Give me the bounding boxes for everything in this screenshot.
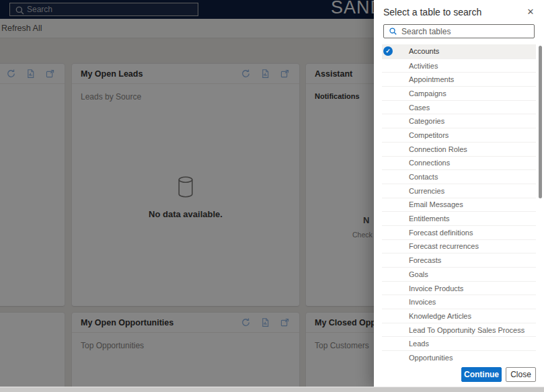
- table-option[interactable]: Goals: [382, 267, 536, 281]
- table-option[interactable]: Forecasts: [382, 253, 536, 267]
- table-option[interactable]: Entitlements: [382, 211, 536, 225]
- horizontal-scrollbar[interactable]: [0, 387, 544, 392]
- table-option[interactable]: Competitors: [382, 128, 536, 142]
- table-search-input[interactable]: [401, 27, 529, 36]
- table-option[interactable]: Email Messages: [382, 198, 536, 212]
- table-option[interactable]: Opportunities: [382, 350, 536, 364]
- table-search-box[interactable]: [383, 24, 535, 38]
- continue-button[interactable]: Continue: [461, 367, 502, 382]
- table-option[interactable]: Lead To Opportunity Sales Process: [382, 323, 536, 337]
- dialog-footer: Continue Close: [374, 367, 544, 383]
- table-list: ✓ Accounts Activities Appointments Campa…: [382, 44, 536, 364]
- table-option[interactable]: Knowledge Articles: [382, 309, 536, 323]
- select-table-dialog: Select a table to search ✕ ✓ Accounts Ac…: [374, 0, 544, 388]
- table-option[interactable]: Invoice Products: [382, 281, 536, 295]
- table-option[interactable]: Invoices: [382, 295, 536, 309]
- table-option[interactable]: Forecast definitions: [382, 225, 536, 239]
- table-option[interactable]: Forecast recurrences: [382, 239, 536, 253]
- table-option[interactable]: Appointments: [382, 72, 536, 86]
- table-option[interactable]: Leads: [382, 336, 536, 350]
- close-button[interactable]: Close: [506, 367, 536, 382]
- search-icon: [389, 27, 397, 36]
- table-option-accounts[interactable]: ✓ Accounts: [382, 44, 536, 58]
- table-option[interactable]: Connection Roles: [382, 142, 536, 156]
- close-icon[interactable]: ✕: [524, 5, 537, 18]
- table-option[interactable]: Contacts: [382, 169, 536, 184]
- dialog-scrollbar-thumb[interactable]: [539, 46, 542, 198]
- dialog-title: Select a table to search: [383, 7, 481, 17]
- table-option[interactable]: Cases: [382, 100, 536, 114]
- table-option[interactable]: Currencies: [382, 184, 536, 198]
- table-option[interactable]: Activities: [382, 58, 536, 73]
- table-option[interactable]: Categories: [382, 114, 536, 128]
- table-option[interactable]: Connections: [382, 156, 536, 170]
- check-icon: ✓: [383, 46, 393, 56]
- table-option[interactable]: Campaigns: [382, 86, 536, 100]
